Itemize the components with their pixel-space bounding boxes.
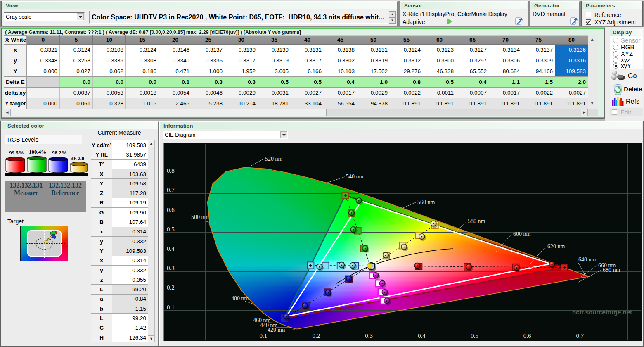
svg-text:0.4: 0.4 bbox=[418, 333, 426, 339]
svg-text:0.1: 0.1 bbox=[260, 333, 268, 339]
svg-text:580 nm: 580 nm bbox=[468, 218, 485, 224]
svg-text:0.8: 0.8 bbox=[167, 167, 175, 174]
svg-text:620 nm: 620 nm bbox=[547, 243, 565, 250]
svg-text:- dE 2.0 -: - dE 2.0 - bbox=[68, 156, 87, 162]
svg-text:480 nm: 480 nm bbox=[231, 295, 249, 302]
svg-text:hcfr.sourceforge.net: hcfr.sourceforge.net bbox=[572, 309, 632, 316]
svg-text:540 nm: 540 nm bbox=[346, 174, 364, 180]
svg-text:680 nm: 680 nm bbox=[603, 267, 620, 273]
svg-text:0.7: 0.7 bbox=[167, 187, 175, 193]
svg-text:0.2: 0.2 bbox=[312, 333, 320, 339]
svg-text:0.3: 0.3 bbox=[167, 265, 175, 271]
svg-text:0.6: 0.6 bbox=[523, 333, 531, 339]
svg-text:520 nm: 520 nm bbox=[265, 156, 283, 162]
svg-text:420 nm: 420 nm bbox=[268, 327, 285, 333]
svg-text:0.5: 0.5 bbox=[471, 333, 478, 339]
svg-text:0.2: 0.2 bbox=[167, 284, 175, 291]
svg-text:500 nm: 500 nm bbox=[191, 214, 209, 220]
svg-text:0.3: 0.3 bbox=[365, 333, 373, 339]
svg-text:98.2%: 98.2% bbox=[52, 150, 67, 156]
svg-text:99.5%: 99.5% bbox=[9, 150, 24, 156]
svg-text:0.6: 0.6 bbox=[167, 207, 175, 213]
svg-text:0.4: 0.4 bbox=[167, 245, 175, 252]
svg-text:560 nm: 560 nm bbox=[417, 199, 435, 205]
svg-text:0.7: 0.7 bbox=[576, 333, 584, 339]
svg-text:100.4%: 100.4% bbox=[29, 149, 46, 155]
svg-text:0.5: 0.5 bbox=[167, 226, 175, 233]
svg-text:640 nm: 640 nm bbox=[578, 257, 596, 263]
svg-text:600 nm: 600 nm bbox=[513, 231, 531, 237]
svg-text:0.1: 0.1 bbox=[167, 304, 175, 311]
